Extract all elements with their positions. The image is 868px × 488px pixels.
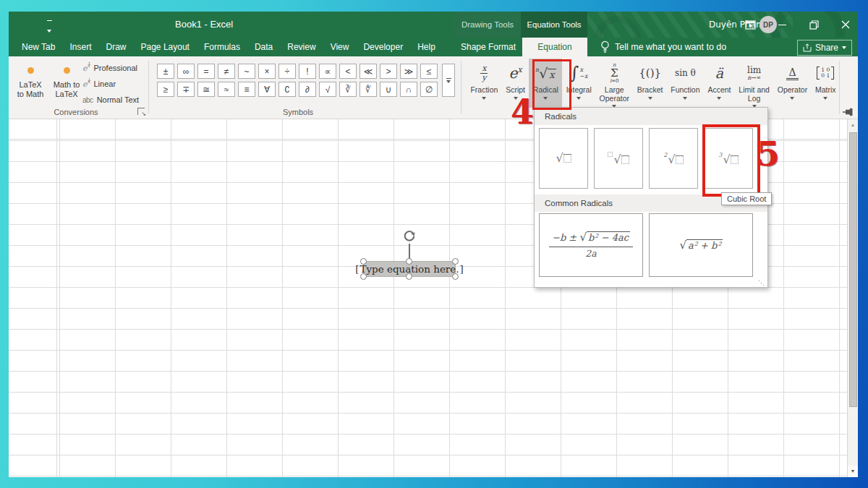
symbols-more-button[interactable] [442, 64, 455, 97]
scrollbar-thumb[interactable] [849, 132, 857, 407]
symbol-button[interactable]: < [339, 64, 357, 79]
structure-operator[interactable]: ΔOperator [773, 59, 811, 108]
symbol-button[interactable]: ∂ [299, 82, 316, 97]
common-radical-pythagorean[interactable]: √a² + b² [649, 213, 753, 277]
symbol-button[interactable]: ∁ [278, 82, 296, 97]
button-label: Professional [93, 64, 137, 72]
dialog-launcher-icon[interactable]: ↘ [137, 108, 145, 115]
symbol-button[interactable]: ≥ [157, 82, 174, 97]
annotation-box-step4 [532, 59, 571, 110]
function-icon: sin θ [675, 60, 696, 86]
symbol-button[interactable]: = [197, 64, 215, 79]
symbol-button[interactable]: √ [319, 82, 336, 97]
pin-ribbon-icon[interactable] [842, 107, 854, 120]
tab-insert[interactable]: Insert [62, 38, 98, 56]
quick-access-toolbar-button[interactable] [46, 20, 52, 35]
tab-equation[interactable]: Equation [522, 38, 587, 56]
symbol-button[interactable]: ∩ [400, 82, 417, 97]
symbol-button[interactable]: ∞ [177, 64, 195, 79]
symbol-button[interactable]: ∛ [339, 82, 357, 97]
restore-button[interactable] [801, 12, 826, 38]
symbol-button[interactable]: × [258, 64, 276, 79]
window-title: Book1 - Excel [175, 19, 233, 30]
symbol-button[interactable]: ≅ [197, 82, 215, 97]
professional-button[interactable]: ex↑ Professional [82, 61, 137, 75]
symbol-button[interactable]: ∪ [380, 82, 397, 97]
selection-handle[interactable] [360, 258, 367, 265]
scroll-down-icon[interactable]: ▼ [848, 466, 858, 477]
symbol-button[interactable]: ∅ [420, 82, 438, 97]
symbol-button[interactable]: ÷ [278, 64, 296, 79]
structure-large-operator[interactable]: nΣi=0LargeOperator [595, 59, 633, 108]
symbol-button[interactable]: ≪ [359, 64, 377, 79]
group-label-symbols: Symbols [157, 108, 439, 116]
selection-handle[interactable] [406, 258, 412, 265]
symbol-button[interactable]: ∀ [258, 82, 276, 97]
tab-developer[interactable]: Developer [356, 38, 410, 56]
structure-bracket[interactable]: {()}Bracket [633, 59, 666, 108]
tab-view[interactable]: View [323, 38, 357, 56]
symbol-button[interactable]: ≡ [238, 82, 255, 97]
symbol-button[interactable]: ≈ [218, 82, 235, 97]
symbol-button[interactable]: ± [157, 64, 174, 79]
symbol-button[interactable]: ~ [238, 64, 255, 79]
quadratic-formula: −b ± √b² − 4ac 2a [549, 230, 633, 260]
more-bar-icon [446, 78, 451, 79]
symbol-button[interactable]: ! [299, 64, 316, 79]
structure-function[interactable]: sin θFunction [667, 59, 704, 108]
tell-me-box[interactable]: Tell me what you want to do [600, 38, 726, 56]
rotate-arrow-icon [401, 228, 417, 244]
normal-text-button[interactable]: abc Normal Text [82, 93, 139, 107]
button-label: LaTeX [55, 90, 77, 99]
close-button[interactable] [833, 12, 858, 38]
button-label: LaTeX [19, 80, 41, 90]
selection-handle[interactable] [452, 273, 459, 280]
selection-handle[interactable] [406, 273, 412, 280]
common-radical-quadratic-formula[interactable]: −b ± √b² − 4ac 2a [539, 213, 643, 277]
symbol-button[interactable]: ≠ [218, 64, 235, 79]
symbol-button[interactable]: ≤ [420, 64, 438, 79]
tab-data[interactable]: Data [247, 38, 280, 56]
radical-option-2[interactable]: √ [594, 128, 643, 189]
latex-to-math-button[interactable]: LaTeX to Math [13, 59, 48, 99]
tab-shape-format[interactable]: Shape Format [456, 38, 521, 56]
script-icon: ex [509, 60, 522, 86]
tab-review[interactable]: Review [280, 38, 323, 56]
selection-handle[interactable] [452, 258, 459, 265]
rotate-handle[interactable] [401, 228, 417, 244]
structure-limit-and-log[interactable]: limn→∞Limit andLog [735, 59, 773, 108]
group-divider [461, 61, 461, 114]
share-button[interactable]: Share [797, 40, 852, 56]
chevron-down-icon [648, 97, 652, 100]
radical-glyph: 2√ [663, 152, 683, 165]
ribbon-display-options-button[interactable] [738, 12, 762, 38]
tab-formulas[interactable]: Formulas [197, 38, 247, 56]
linear-button[interactable]: ex↓ Linear [82, 77, 116, 91]
button-label: Linear [93, 80, 116, 88]
symbol-button[interactable]: ∜ [359, 82, 377, 97]
main-tabs: New TabInsertDrawPage LayoutFormulasData… [14, 38, 443, 56]
tab-new-tab[interactable]: New Tab [14, 38, 62, 56]
vertical-scrollbar[interactable]: ▲ ▼ [847, 119, 858, 477]
math-to-latex-button[interactable]: Math to LaTeX [49, 59, 84, 99]
resize-grip-icon[interactable]: ⋱ [758, 279, 765, 286]
structure-fraction[interactable]: xyFraction [467, 59, 502, 108]
radical-option-3[interactable]: 2√ [649, 128, 698, 189]
symbol-button[interactable]: > [380, 64, 397, 79]
symbol-button[interactable]: ≫ [400, 64, 417, 79]
symbol-button[interactable]: ∝ [319, 64, 336, 79]
tab-draw[interactable]: Draw [99, 38, 134, 56]
minimize-button[interactable] [770, 12, 794, 38]
selection-handle[interactable] [360, 273, 367, 280]
structure-accent[interactable]: äAccent [704, 59, 735, 108]
radical-option-1[interactable]: √ [539, 128, 588, 189]
tell-me-label: Tell me what you want to do [615, 42, 726, 52]
scroll-up-icon[interactable]: ▲ [848, 119, 858, 131]
tab-help[interactable]: Help [410, 38, 443, 56]
annotation-number-5: 5 [757, 137, 780, 171]
symbol-button[interactable]: ∓ [177, 82, 195, 97]
chevron-down-icon [842, 46, 846, 49]
structure-matrix[interactable]: 1 00 1Matrix [812, 59, 840, 108]
tab-page-layout[interactable]: Page Layout [134, 38, 197, 56]
latex-dot-icon [27, 67, 34, 74]
